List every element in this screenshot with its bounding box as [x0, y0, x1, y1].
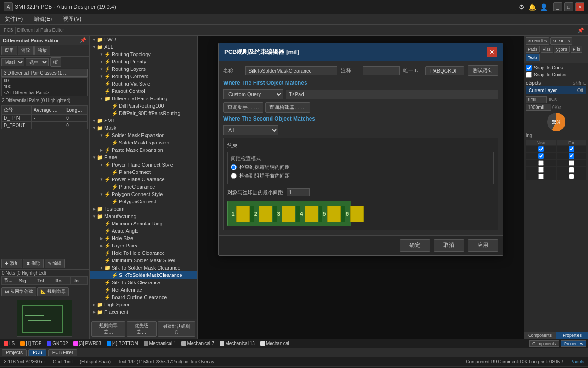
radio-solder[interactable] [231, 173, 237, 179]
properties-tab[interactable]: Properties [556, 332, 588, 339]
bell-icon[interactable]: 🔔 [528, 3, 536, 11]
tree-item-solder-mask[interactable]: ▼ ⚡ Solder Mask Expansion [90, 132, 197, 139]
clear-btn[interactable]: 清除 [18, 46, 34, 55]
near-check-4[interactable] [538, 167, 544, 172]
tab-vias[interactable]: Vias [541, 46, 553, 53]
edit-btn[interactable]: ✎ 编辑 [45, 259, 65, 268]
user-icon[interactable]: 👤 [540, 3, 548, 11]
query-type-combo[interactable]: Custom Query [223, 89, 283, 99]
class-item-90[interactable]: 90 [2, 78, 87, 84]
tree-item-routing-priority[interactable]: ▼ ⚡ Routing Priority [90, 58, 197, 65]
components-btn[interactable]: Components [529, 340, 559, 347]
tree-item-fanout[interactable]: ⚡ Fanout Control [90, 87, 197, 95]
create-default-btn[interactable]: 创建默认规则 © [158, 321, 195, 337]
unique-id-btn[interactable]: PABQGKDH [425, 66, 464, 75]
classes-list[interactable]: 90 100 <All Differential Pairs> [1, 77, 88, 96]
zoom-btn[interactable]: 缩放 [34, 46, 50, 55]
query-input[interactable] [286, 90, 498, 99]
tab-projects[interactable]: Projects [2, 349, 27, 356]
tree-item-diff100[interactable]: ⚡ DiffPairsRouting100 [90, 102, 197, 109]
wizard-btn[interactable]: 规则向导 ②… [91, 321, 125, 337]
snap-grids-cb[interactable] [526, 65, 532, 71]
tree-item-routing-via-style[interactable]: ⚡ Routing Via Style [90, 80, 197, 87]
near-check-1[interactable] [538, 146, 544, 152]
apply-dialog-btn[interactable]: 应用 [468, 239, 498, 252]
radio-copper[interactable] [231, 164, 237, 170]
tree-item-hole-size[interactable]: ▶ ⚡ Hole Size [90, 235, 197, 242]
tree-item-silk-solder[interactable]: ▼ 📁 Silk To Solder Mask Clearance [90, 264, 197, 271]
tree-item-paste-mask[interactable]: ▶ ⚡ Paste Mask Expansion [90, 146, 197, 154]
minimize-btn[interactable]: _ [553, 2, 562, 12]
tab-pcb[interactable]: PCB [28, 349, 46, 356]
menu-edit[interactable]: 编辑(E) [31, 14, 55, 24]
gear-icon[interactable]: ⚙ [519, 3, 525, 11]
comment-input[interactable] [363, 66, 400, 75]
query-builder-btn[interactable]: 查询构建器… … [265, 102, 310, 113]
tree-item-pwr[interactable]: ▼ 📁 PWR [90, 36, 197, 43]
layer-mech1[interactable]: Mechanical 1 [142, 341, 178, 346]
add-btn[interactable]: ✚ 添加 [1, 259, 22, 268]
tree-item-smt[interactable]: ▼ 📁 SMT [90, 117, 197, 124]
tree-item-layer-pairs[interactable]: ▶ ⚡ Layer Pairs [90, 242, 197, 249]
priority-btn[interactable]: 优先级 ②… [127, 321, 157, 337]
speed-input-1[interactable] [526, 96, 547, 103]
ok-btn[interactable]: 确定 [400, 239, 430, 252]
layer-mech[interactable]: Mechanical [259, 341, 291, 346]
near-check-5[interactable] [538, 174, 544, 179]
menu-file[interactable]: 文件(F) [2, 14, 25, 24]
tree-item-routing-corners[interactable]: ▼ ⚡ Routing Corners [90, 73, 197, 80]
layer-mech13[interactable]: Mechanical 13 [218, 341, 256, 346]
dialog-close-btn[interactable]: ✕ [487, 47, 497, 57]
far-check-4[interactable] [569, 167, 574, 172]
select-combo[interactable]: 选中 [26, 58, 49, 66]
tree-item-diff90[interactable]: ⚡ DiffPair_90DiffPairsRouting [90, 109, 197, 117]
tree-item-routing-topology[interactable]: ▼ ⚡ Routing Topology [90, 51, 197, 58]
tree-item-silk-silk[interactable]: ⚡ Silk To Silk Clearance [90, 279, 197, 286]
tree-item-hole-clearance[interactable]: ⚡ Hole To Hole Clearance [90, 249, 197, 257]
create-from-net-btn[interactable]: ⋈ 从网络创建 [1, 287, 36, 296]
tree-scroll[interactable]: ▼ 📁 PWR ▼ 📁 ALL ▼ ⚡ Routing Topology ▼ ⚡… [90, 36, 197, 319]
properties-btn[interactable]: Properties [561, 340, 586, 347]
tab-texts[interactable]: Texts [526, 54, 540, 61]
layer-ls[interactable]: LS [2, 341, 17, 346]
layer-gnd02[interactable]: GND02 [45, 341, 69, 346]
far-check-3[interactable] [569, 160, 574, 166]
snap-guides-cb[interactable] [526, 72, 532, 78]
tree-item-placement[interactable]: ▶ 📁 Placement [90, 308, 197, 316]
layer-bottom[interactable]: [4] BOTTOM [105, 341, 140, 346]
tree-item-planeclearance[interactable]: ⚡ PlaneClearance [90, 183, 197, 190]
layer-pwr03[interactable]: [3] PWR03 [72, 341, 103, 346]
tree-item-plane[interactable]: ▼ 📁 Plane [90, 154, 197, 161]
tab-polygons[interactable]: ygons [554, 46, 570, 53]
cancel-btn[interactable]: 取消 [434, 239, 464, 252]
tab-3d-bodies[interactable]: 3D Bodies [526, 37, 549, 45]
tree-item-solder-mask-exp[interactable]: ⚡ SolderMaskExpansion [90, 139, 197, 146]
tab-fills[interactable]: Fills [571, 46, 582, 53]
tree-item-diff-pairs[interactable]: ▼ 📁 Differential Pairs Routing [90, 95, 197, 102]
layer-mech7[interactable]: Mechanical 7 [180, 341, 216, 346]
tree-item-high-speed[interactable]: ▶ 📁 High Speed [90, 301, 197, 308]
tree-item-testpoint[interactable]: ▶ 📁 Testpoint [90, 205, 197, 213]
class-item-100[interactable]: 100 [2, 84, 87, 90]
speed-input-2[interactable] [526, 104, 551, 111]
pin-icon[interactable]: 📌 [577, 27, 584, 34]
tree-item-manufacturing[interactable]: ▼ 📁 Manufacturing [90, 213, 197, 220]
left-panel-pin[interactable]: 📌 [80, 37, 86, 43]
layer-top[interactable]: [1] TOP [18, 341, 43, 346]
tree-item-pwr-clearance[interactable]: ▼ ⚡ Power Plane Clearance [90, 176, 197, 183]
near-check-2[interactable] [538, 153, 544, 159]
tree-item-silk-solder-clearance[interactable]: ⚡ SilkToSolderMaskClearance [90, 271, 197, 279]
tab-pcb-filter[interactable]: PCB Filter [48, 349, 78, 356]
tree-item-planeconnect[interactable]: ⚡ PlaneConnect [90, 168, 197, 176]
tree-item-polygonconnect[interactable]: ⚡ PolygonConnect [90, 198, 197, 205]
tab-keepouts[interactable]: Keepouts [550, 37, 572, 45]
near-check-3[interactable] [538, 160, 544, 166]
apply-btn[interactable]: 应用 [1, 46, 17, 55]
far-check-5[interactable] [569, 174, 574, 179]
tab-pads[interactable]: Pads [526, 46, 540, 53]
all-combo[interactable]: All [223, 125, 278, 135]
status-panels[interactable]: Panels [570, 359, 584, 364]
clearance-input[interactable] [287, 188, 310, 196]
components-tab[interactable]: Components [524, 332, 556, 339]
far-check-2[interactable] [569, 153, 574, 159]
